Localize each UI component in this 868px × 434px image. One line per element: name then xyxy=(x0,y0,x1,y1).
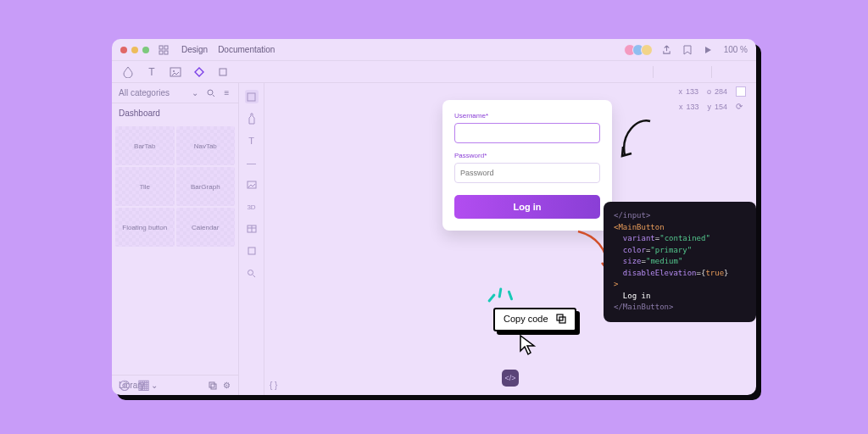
copy-icon xyxy=(556,314,566,326)
align-right-icon[interactable] xyxy=(636,67,646,77)
avatar[interactable] xyxy=(641,44,653,56)
align-left-icon[interactable] xyxy=(602,67,612,77)
category-label: All categories xyxy=(119,88,170,97)
rail-search-icon[interactable] xyxy=(245,266,259,280)
password-label: Password* xyxy=(454,152,600,159)
play-icon[interactable] xyxy=(702,44,714,56)
rail-text-icon[interactable]: T xyxy=(245,134,259,147)
svg-rect-1 xyxy=(164,46,168,49)
rail-table-icon[interactable] xyxy=(245,222,259,236)
copy-code-label: Copy code xyxy=(504,314,548,324)
tool-rail: T — 3D xyxy=(239,83,264,395)
rail-bottle-icon[interactable] xyxy=(245,112,259,125)
alignment-toolbar xyxy=(602,61,746,83)
align-middle-icon[interactable] xyxy=(677,67,687,77)
svg-rect-2 xyxy=(159,51,163,54)
svg-point-5 xyxy=(173,70,175,72)
component-tile[interactable]: Calendar xyxy=(176,208,236,247)
svg-rect-6 xyxy=(220,69,226,75)
rail-line-icon[interactable]: — xyxy=(245,156,259,170)
share-icon[interactable] xyxy=(661,44,673,56)
y1-value[interactable]: 284 xyxy=(715,87,727,96)
text-tool-icon[interactable]: T xyxy=(146,66,158,78)
y2-value[interactable]: 154 xyxy=(715,103,727,111)
frame-tool-icon[interactable] xyxy=(217,66,229,78)
svg-point-14 xyxy=(248,270,253,275)
bookmark-icon[interactable] xyxy=(682,44,693,56)
x2-value[interactable]: 133 xyxy=(686,103,698,111)
image-tool-icon[interactable] xyxy=(170,66,181,78)
title-bar: Design Documentation 100 % xyxy=(112,39,756,61)
property-coordinates-2: x 133 y 154 ⟳ xyxy=(679,102,746,111)
collaborator-avatars[interactable] xyxy=(627,44,653,56)
copy-code-button[interactable]: Copy code xyxy=(493,308,576,331)
svg-rect-9 xyxy=(211,384,216,389)
password-input[interactable] xyxy=(454,163,600,183)
close-window-icon[interactable] xyxy=(120,47,127,53)
login-card: Username* Password* Log in xyxy=(442,100,612,231)
svg-rect-13 xyxy=(248,248,255,254)
refresh-icon[interactable]: ⟳ xyxy=(736,102,746,111)
username-input[interactable] xyxy=(454,123,600,143)
code-view-icon[interactable]: </> xyxy=(502,370,519,387)
copy-small-icon[interactable] xyxy=(208,381,217,390)
arrow-icon xyxy=(616,108,659,159)
username-label: Username* xyxy=(454,112,600,120)
canvas[interactable]: x 133 o 284 x 133 y 154 ⟳ Username* Pass… xyxy=(264,83,756,395)
component-tile[interactable]: BarTab xyxy=(115,126,175,165)
x1-value[interactable]: 133 xyxy=(686,87,698,96)
align-top-icon[interactable] xyxy=(660,67,670,77)
list-view-icon[interactable]: ≡ xyxy=(222,88,231,97)
component-tile[interactable]: BarGraph xyxy=(176,167,236,206)
minimize-window-icon[interactable] xyxy=(131,47,138,53)
target-icon[interactable]: ◎ xyxy=(119,378,131,390)
tab-design[interactable]: Design xyxy=(181,45,208,54)
sidebar: All categories ⌄ ≡ Dashboard BarTab NavT… xyxy=(112,83,239,395)
category-selector[interactable]: All categories ⌄ ≡ xyxy=(112,83,238,103)
svg-rect-10 xyxy=(248,93,255,101)
fullscreen-window-icon[interactable] xyxy=(142,47,149,53)
chevron-down-icon[interactable]: ⌄ xyxy=(190,88,199,97)
code-block: </input> <MainButton variant="contained"… xyxy=(604,202,756,322)
svg-point-7 xyxy=(208,90,213,95)
svg-rect-8 xyxy=(209,382,214,387)
rail-square-icon[interactable] xyxy=(245,244,259,258)
component-tool-icon[interactable] xyxy=(193,66,205,78)
drop-icon[interactable] xyxy=(122,66,134,78)
rail-rect-tool-icon[interactable] xyxy=(245,90,259,103)
tab-documentation[interactable]: Documentation xyxy=(218,45,275,54)
search-icon[interactable] xyxy=(206,88,215,97)
component-tile[interactable]: Tile xyxy=(115,167,175,206)
bracket-icon: { } xyxy=(270,381,277,390)
chevron-down-icon[interactable]: ⌄ xyxy=(150,381,159,390)
svg-rect-0 xyxy=(159,46,163,49)
window-footer-icons: ◎ ▦ xyxy=(119,378,149,390)
align-center-icon[interactable] xyxy=(619,67,629,77)
cursor-icon xyxy=(519,334,537,356)
zoom-level[interactable]: 100 % xyxy=(724,45,748,54)
svg-rect-3 xyxy=(164,51,168,54)
login-button[interactable]: Log in xyxy=(454,195,600,219)
window-controls xyxy=(120,47,149,53)
gear-icon[interactable]: ⚙ xyxy=(222,381,231,390)
property-coordinates: x 133 o 284 xyxy=(678,86,746,97)
align-bottom-icon[interactable] xyxy=(694,67,704,77)
grid-small-icon[interactable]: ▦ xyxy=(137,378,149,390)
rail-3d-icon[interactable]: 3D xyxy=(245,200,259,214)
section-title: Dashboard xyxy=(112,103,238,123)
layout-grid-icon[interactable] xyxy=(158,44,170,56)
component-tile[interactable]: Floating button xyxy=(115,208,175,247)
app-window: Design Documentation 100 % T All catego xyxy=(112,39,756,395)
distribute-v-icon[interactable] xyxy=(736,67,746,77)
distribute-h-icon[interactable] xyxy=(719,67,729,77)
component-tile[interactable]: NavTab xyxy=(176,126,236,165)
rail-image-icon[interactable] xyxy=(245,178,259,192)
flag-icon[interactable] xyxy=(736,86,746,97)
